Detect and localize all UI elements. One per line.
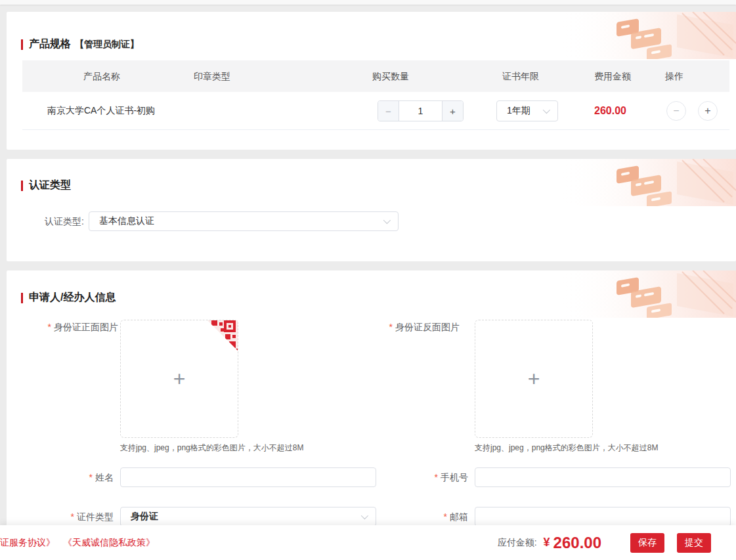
payable-amount-value: 260.00 bbox=[553, 534, 601, 552]
email-label: *邮箱 bbox=[335, 507, 468, 527]
product-section-subtitle: 【管理员制证】 bbox=[75, 39, 139, 51]
agreement-links: 认证服务协议》 《天威诚信隐私政策》 bbox=[0, 525, 155, 560]
col-header-year-term: 证书年限 bbox=[502, 60, 539, 92]
quantity-stepper[interactable]: − 1 + bbox=[378, 100, 464, 121]
plus-icon: + bbox=[704, 105, 710, 117]
required-asterisk: * bbox=[389, 322, 393, 332]
card-watermark-decoration bbox=[559, 159, 736, 206]
id-type-label-text: 证件类型 bbox=[77, 511, 114, 522]
id-front-upload-box[interactable]: + bbox=[120, 320, 238, 438]
id-type-value: 身份证 bbox=[131, 511, 158, 523]
chevron-down-icon bbox=[543, 106, 550, 114]
fee-amount-cell: 260.00 bbox=[594, 92, 626, 129]
payable-amount-label: 应付金额: bbox=[498, 537, 537, 549]
required-asterisk: * bbox=[48, 322, 51, 332]
applicant-info-card: 申请人/经办人信息 *身份证正面图片 + bbox=[7, 270, 736, 560]
id-front-label: *身份证正面图片 bbox=[7, 320, 118, 334]
id-back-label-text: 身份证反面图片 bbox=[395, 322, 460, 332]
submit-button[interactable]: 提交 bbox=[677, 533, 711, 553]
id-back-upload-hint: 支持jpg、jpeg，png格式的彩色图片，大小不超过8M bbox=[475, 442, 658, 454]
phone-label-text: 手机号 bbox=[441, 472, 468, 483]
auth-type-label: 认证类型: bbox=[7, 211, 84, 231]
section-accent-bar bbox=[21, 293, 23, 303]
privacy-policy-link[interactable]: 《天威诚信隐私政策》 bbox=[63, 537, 155, 549]
auth-section-title: 认证类型 bbox=[29, 179, 71, 192]
remove-row-button[interactable]: − bbox=[666, 101, 686, 121]
section-accent-bar bbox=[21, 39, 23, 50]
id-front-upload-hint: 支持jpg、jpeg，png格式的彩色图片，大小不超过8M bbox=[120, 442, 303, 454]
phone-label: *手机号 bbox=[335, 467, 468, 487]
quantity-increase-icon[interactable]: + bbox=[442, 101, 463, 121]
col-header-operation: 操作 bbox=[665, 60, 683, 92]
applicant-section-header: 申请人/经办人信息 bbox=[21, 291, 116, 305]
add-row-button[interactable]: + bbox=[698, 101, 718, 121]
year-term-value: 1年期 bbox=[507, 105, 530, 117]
save-button[interactable]: 保存 bbox=[630, 533, 664, 553]
currency-symbol: ¥ bbox=[544, 536, 550, 549]
table-row-divider bbox=[22, 129, 729, 130]
required-asterisk: * bbox=[444, 511, 447, 522]
minus-icon: − bbox=[673, 105, 679, 117]
auth-type-select[interactable]: 基本信息认证 bbox=[89, 211, 399, 231]
auth-section-header: 认证类型 bbox=[21, 179, 71, 192]
product-name-cell: 南京大学CA个人证书-初购 bbox=[47, 92, 155, 129]
col-header-quantity: 购买数量 bbox=[372, 60, 409, 92]
email-input[interactable] bbox=[475, 507, 731, 527]
col-header-product-name: 产品名称 bbox=[83, 60, 120, 92]
name-label: *姓名 bbox=[7, 467, 114, 487]
card-watermark-decoration bbox=[559, 270, 736, 318]
qr-scan-badge-icon bbox=[207, 320, 238, 351]
id-back-label: *身份证反面图片 bbox=[348, 320, 460, 334]
action-footer-bar: 认证服务协议》 《天威诚信隐私政策》 应付金额: ¥ 260.00 保存 提交 bbox=[0, 525, 736, 560]
certificate-purchase-page: 产品规格 【管理员制证】 产品名称 印章类型 购买数量 证书年限 费用金额 操作… bbox=[0, 0, 736, 560]
quantity-decrease-icon[interactable]: − bbox=[378, 101, 399, 121]
product-section-title: 产品规格 bbox=[29, 37, 71, 51]
required-asterisk: * bbox=[89, 472, 93, 483]
auth-type-value: 基本信息认证 bbox=[99, 215, 154, 227]
auth-type-card: 认证类型 认证类型: 基本信息认证 bbox=[7, 159, 736, 261]
chevron-down-icon bbox=[383, 217, 391, 224]
product-table-header: 产品名称 印章类型 购买数量 证书年限 费用金额 操作 bbox=[22, 60, 729, 92]
section-accent-bar bbox=[21, 181, 23, 191]
year-term-select[interactable]: 1年期 bbox=[496, 100, 558, 121]
service-agreement-link[interactable]: 认证服务协议》 bbox=[0, 537, 55, 549]
product-section-header: 产品规格 【管理员制证】 bbox=[21, 37, 139, 51]
footer-actions: 应付金额: ¥ 260.00 保存 提交 bbox=[498, 525, 711, 560]
applicant-section-title: 申请人/经办人信息 bbox=[29, 291, 116, 305]
id-type-label: *证件类型 bbox=[7, 507, 114, 527]
required-asterisk: * bbox=[71, 511, 74, 522]
name-label-text: 姓名 bbox=[95, 472, 114, 483]
phone-input[interactable] bbox=[475, 467, 731, 487]
top-page-strip bbox=[0, 0, 736, 5]
col-header-seal-type: 印章类型 bbox=[194, 60, 230, 92]
id-back-upload-box[interactable]: + bbox=[475, 320, 593, 438]
card-watermark-decoration bbox=[559, 12, 736, 59]
product-spec-card: 产品规格 【管理员制证】 产品名称 印章类型 购买数量 证书年限 费用金额 操作… bbox=[7, 12, 736, 150]
email-label-text: 邮箱 bbox=[450, 511, 468, 522]
required-asterisk: * bbox=[435, 472, 438, 483]
upload-plus-icon: + bbox=[475, 320, 592, 437]
quantity-value[interactable]: 1 bbox=[399, 101, 442, 121]
id-front-label-text: 身份证正面图片 bbox=[54, 322, 118, 332]
col-header-fee: 费用金额 bbox=[594, 60, 631, 92]
